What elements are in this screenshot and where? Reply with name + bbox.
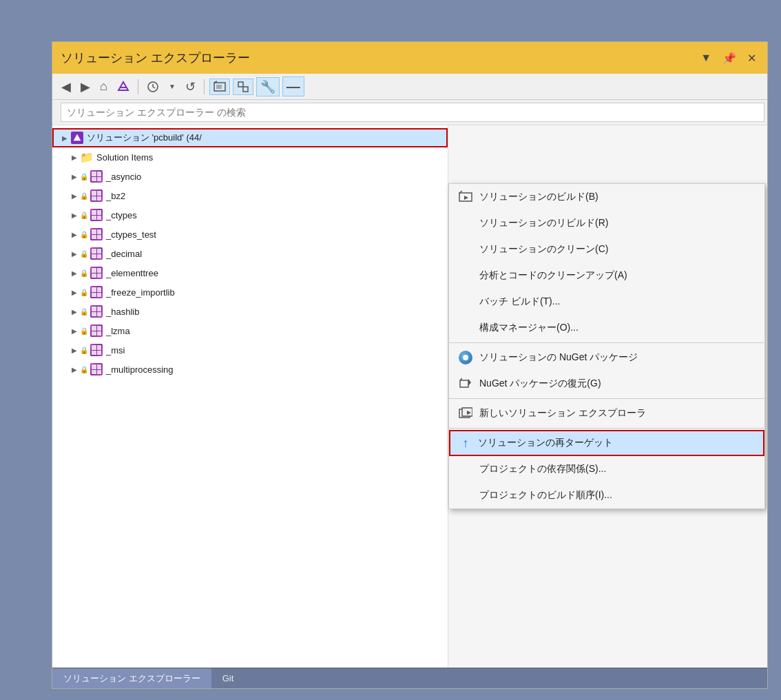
- context-menu: ソリューションのビルド(B) ソリューションのリビルド(R) ソリューションのク…: [448, 183, 765, 509]
- tree-item-elementtree[interactable]: 🔒 _elementtree: [52, 263, 448, 282]
- forward-btn[interactable]: ▶: [77, 78, 94, 96]
- solution-label: ソリューション 'pcbuild' (44/: [87, 132, 202, 144]
- ctypes-test-label: _ctypes_test: [106, 229, 156, 240]
- svg-line-4: [153, 87, 155, 88]
- menu-label-config: 構成マネージャー(O)...: [479, 322, 579, 334]
- menu-item-nuget[interactable]: ソリューションの NuGet パッケージ: [449, 344, 764, 371]
- lock-badge-decimal: 🔒: [80, 250, 88, 258]
- tree-item-ctypes-test[interactable]: 🔒 _ctypes_test: [52, 225, 448, 244]
- menu-item-new-explorer[interactable]: 新しいソリューション エクスプローラ: [449, 400, 764, 426]
- collapse-btn[interactable]: [233, 79, 253, 95]
- multiprocessing-arrow: [69, 364, 80, 375]
- menu-item-config[interactable]: 構成マネージャー(O)...: [449, 315, 764, 341]
- tree-item-hashlib[interactable]: 🔒 _hashlib: [52, 302, 448, 321]
- build-icon: [457, 189, 474, 205]
- tree-item-lzma[interactable]: 🔒 _lzma: [52, 321, 448, 340]
- sep-after-explorer: [449, 428, 764, 429]
- solution-explorer-panel: ソリューション エクスプローラー ▼ 📌 ✕ ◀ ▶ ⌂ ▼ ↺: [52, 41, 768, 689]
- lock-badge-freeze: 🔒: [80, 289, 88, 296]
- lock-badge-elementtree: 🔒: [80, 269, 88, 277]
- elementtree-label: _elementtree: [106, 268, 158, 278]
- decimal-icon: [90, 247, 103, 260]
- elementtree-icon: [90, 266, 103, 280]
- search-input[interactable]: [61, 103, 764, 122]
- menu-item-build[interactable]: ソリューションのビルド(B): [449, 184, 764, 210]
- menu-item-retarget[interactable]: ↑ ソリューションの再ターゲット: [449, 430, 764, 456]
- tree-item-bz2[interactable]: 🔒 _bz2: [52, 186, 448, 205]
- hashlib-arrow: [69, 306, 80, 317]
- bz2-arrow: [69, 190, 80, 201]
- tab-solution-explorer[interactable]: ソリューション エクスプローラー: [52, 668, 211, 688]
- folder-icon: 📁: [80, 150, 94, 164]
- elementtree-arrow: [69, 267, 80, 278]
- solution-arrow: ▶: [59, 132, 70, 143]
- lzma-icon: [90, 324, 103, 338]
- refresh-btn[interactable]: ↺: [182, 78, 199, 96]
- freeze-label: _freeze_importlib: [106, 287, 175, 298]
- tree-item-decimal[interactable]: 🔒 _decimal: [52, 244, 448, 263]
- msi-label: _msi: [106, 345, 125, 356]
- tab-git[interactable]: Git: [211, 668, 245, 688]
- sep2: [204, 79, 205, 94]
- tree-item-freeze-importlib[interactable]: 🔒 _freeze_importlib: [52, 282, 448, 302]
- dependencies-icon: [457, 461, 474, 477]
- svg-marker-17: [468, 379, 471, 386]
- history-btn[interactable]: [143, 79, 163, 94]
- tree-item-ctypes[interactable]: 🔒 _ctypes: [52, 205, 448, 225]
- search-container: [52, 100, 767, 125]
- minimize-panel-btn[interactable]: —: [282, 76, 304, 96]
- show-all-files-btn[interactable]: [209, 79, 230, 95]
- menu-item-clean[interactable]: ソリューションのクリーン(C): [449, 236, 764, 262]
- asyncio-icon: [90, 169, 103, 183]
- tree-item-multiprocessing[interactable]: 🔒 _multiprocessing: [52, 360, 448, 379]
- menu-item-restore[interactable]: NuGet パッケージの復元(G): [449, 371, 764, 397]
- sep-after-restore: [449, 398, 764, 399]
- msi-icon: [90, 343, 103, 357]
- menu-item-rebuild[interactable]: ソリューションのリビルド(R): [449, 210, 764, 236]
- vs-btn[interactable]: [114, 79, 133, 94]
- solution-icon: [70, 131, 84, 145]
- menu-item-dependencies[interactable]: プロジェクトの依存関係(S)...: [449, 456, 764, 482]
- lock-badge-ctypes: 🔒: [80, 212, 88, 219]
- tree-item-asyncio[interactable]: 🔒 _asyncio: [52, 167, 448, 186]
- config-icon: [457, 320, 474, 336]
- hashlib-label: _hashlib: [106, 307, 139, 317]
- properties-btn[interactable]: 🔧: [256, 77, 280, 96]
- tree-item-solution[interactable]: ▶ ソリューション 'pcbuild' (44/: [52, 128, 448, 147]
- solution-items-label: Solution Items: [96, 152, 153, 163]
- lock-badge-lzma: 🔒: [80, 327, 88, 335]
- bz2-icon: [90, 189, 103, 203]
- menu-label-build: ソリューションのビルド(B): [479, 191, 598, 203]
- nuget-icon: [457, 349, 474, 366]
- header-pin-btn[interactable]: 📌: [720, 50, 739, 66]
- solution-items-arrow: [69, 152, 80, 163]
- menu-label-restore: NuGet パッケージの復元(G): [479, 378, 601, 390]
- menu-item-analyze[interactable]: 分析とコードのクリーンアップ(A): [449, 262, 764, 289]
- svg-rect-16: [460, 380, 468, 387]
- home-btn[interactable]: ⌂: [96, 78, 111, 95]
- menu-label-retarget: ソリューションの再ターゲット: [478, 437, 613, 449]
- header-close-btn[interactable]: ✕: [744, 50, 759, 66]
- sep-after-config: [449, 342, 764, 343]
- menu-item-build-order[interactable]: プロジェクトのビルド順序(I)...: [449, 482, 764, 508]
- svg-rect-6: [216, 85, 222, 89]
- header-dropdown-btn[interactable]: ▼: [698, 50, 714, 65]
- lock-badge-ctypes-test: 🔒: [80, 231, 88, 238]
- tree-item-solution-items[interactable]: 📁 Solution Items: [52, 147, 448, 167]
- freeze-arrow: [69, 287, 80, 298]
- freeze-icon: [90, 285, 103, 299]
- tree-item-msi[interactable]: 🔒 _msi: [52, 340, 448, 360]
- build-order-icon: [457, 487, 474, 504]
- toolbar: ◀ ▶ ⌂ ▼ ↺: [52, 74, 767, 100]
- clean-icon: [457, 241, 474, 258]
- content-area: ▶ ソリューション 'pcbuild' (44/ 📁 Solution Item…: [52, 125, 767, 668]
- menu-label-rebuild: ソリューションのリビルド(R): [479, 217, 608, 229]
- retarget-icon: ↑: [459, 436, 472, 450]
- tree-panel: ▶ ソリューション 'pcbuild' (44/ 📁 Solution Item…: [52, 125, 448, 668]
- history-dropdown-btn[interactable]: ▼: [165, 81, 179, 92]
- back-btn[interactable]: ◀: [58, 78, 74, 96]
- menu-item-batch-build[interactable]: バッチ ビルド(T)...: [449, 289, 764, 315]
- lock-badge-multiprocessing: 🔒: [80, 366, 88, 373]
- ctypes-test-icon: [90, 227, 103, 241]
- batch-icon: [457, 294, 474, 310]
